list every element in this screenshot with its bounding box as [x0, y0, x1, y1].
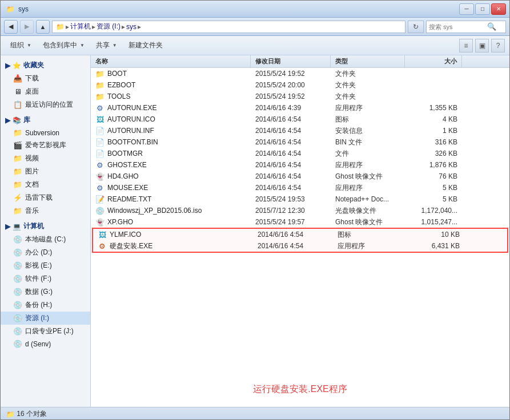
- sidebar-item-music[interactable]: 📁 音乐: [1, 204, 90, 217]
- sidebar-item-f[interactable]: 💿 软件 (F:): [1, 272, 90, 285]
- sidebar-item-subversion[interactable]: 📁 Subversion: [1, 127, 90, 139]
- refresh-button[interactable]: ↻: [408, 21, 424, 33]
- file-icon-ico: 🖼: [95, 115, 105, 124]
- share-button[interactable]: 共享 ▼: [91, 38, 122, 53]
- library-header[interactable]: ▶ 📚 库: [1, 114, 90, 127]
- sidebar-item-desktop[interactable]: 🖥 桌面: [1, 85, 90, 98]
- table-row[interactable]: 📁 EZBOOT 2015/5/24 20:00 文件夹: [91, 79, 509, 91]
- sidebar-item-d2[interactable]: 💿 d (Senv): [1, 338, 90, 350]
- table-row[interactable]: 📁 TOOLS 2015/5/24 19:52 文件夹: [91, 91, 509, 102]
- up-button[interactable]: ▲: [36, 20, 50, 34]
- computer-label: 计算机: [23, 221, 44, 231]
- computer-collapse-icon: ▶: [5, 223, 10, 231]
- sidebar-item-thunder[interactable]: ⚡ 迅雷下载: [1, 191, 90, 204]
- search-box[interactable]: 🔍: [426, 21, 506, 33]
- highlight-block: 🖼 YLMF.ICO 2014/6/16 4:54 图标 10 KB ⚙ 硬盘安…: [92, 228, 508, 253]
- pictures-label: 图片: [25, 167, 39, 176]
- path-drive[interactable]: 资源 (I:): [97, 22, 121, 31]
- subversion-label: Subversion: [25, 129, 59, 137]
- table-row[interactable]: ⚙ MOUSE.EXE 2014/6/16 4:54 应用程序 5 KB: [91, 182, 509, 193]
- sidebar-item-c[interactable]: 💿 本地磁盘 (C:): [1, 233, 90, 246]
- iqiyi-label: 爱奇艺影视库: [25, 140, 66, 150]
- drive-d2-label: d (Senv): [25, 340, 51, 348]
- sidebar-item-pictures[interactable]: 📁 图片: [1, 165, 90, 178]
- drive-e-icon: 💿: [13, 261, 22, 270]
- include-library-button[interactable]: 包含到库中 ▼: [38, 38, 90, 53]
- table-row[interactable]: 📄 BOOTFONT.BIN 2014/6/16 4:54 BIN 文件 316…: [91, 136, 509, 148]
- file-icon-folder: 📁: [95, 70, 105, 78]
- pane-button[interactable]: ▣: [475, 39, 489, 52]
- table-row[interactable]: 🖼 AUTORUN.ICO 2014/6/16 4:54 图标 4 KB: [91, 114, 509, 125]
- download-icon: 📥: [13, 74, 22, 83]
- sidebar-item-docs[interactable]: 📁 文档: [1, 178, 90, 191]
- sidebar-item-iqiyi[interactable]: 🎬 爱奇艺影视库: [1, 139, 90, 152]
- search-icon[interactable]: 🔍: [487, 22, 496, 31]
- back-button[interactable]: ◀: [4, 20, 18, 34]
- new-folder-button[interactable]: 新建文件夹: [123, 38, 168, 53]
- sidebar-item-g[interactable]: 💿 数据 (G:): [1, 285, 90, 298]
- col-header-type[interactable]: 类型: [331, 55, 405, 67]
- file-icon-iso: 💿: [95, 207, 105, 215]
- favorites-header[interactable]: ▶ ⭐ 收藏夹: [1, 59, 90, 72]
- search-input[interactable]: [429, 23, 486, 30]
- file-name: AUTORUN.INF: [107, 127, 154, 135]
- sidebar-item-e[interactable]: 💿 影视 (E:): [1, 259, 90, 272]
- help-button[interactable]: ?: [491, 39, 505, 52]
- drive-d-label: 办公 (D:): [25, 248, 52, 257]
- file-date: 2015/5/24 20:00: [251, 81, 331, 89]
- file-icon-exe-special: ⚙: [98, 242, 107, 251]
- path-sys[interactable]: sys: [126, 23, 136, 31]
- sidebar-item-d[interactable]: 💿 办公 (D:): [1, 246, 90, 259]
- file-date: 2015/5/24 19:52: [251, 70, 331, 78]
- sidebar-item-video[interactable]: 📁 视频: [1, 152, 90, 165]
- table-row[interactable]: 👻 XP.GHO 2015/5/24 19:57 Ghost 映像文件 1,01…: [91, 216, 509, 228]
- view-button[interactable]: ≡: [459, 39, 473, 52]
- table-row[interactable]: ⚙ GHOST.EXE 2014/6/16 4:54 应用程序 1,876 KB: [91, 159, 509, 171]
- sidebar-item-recent[interactable]: 📋 最近访问的位置: [1, 98, 90, 111]
- maximize-button[interactable]: □: [475, 3, 490, 15]
- favorites-star-icon: ⭐: [13, 62, 21, 70]
- organize-button[interactable]: 组织 ▼: [5, 38, 37, 53]
- sidebar-item-download[interactable]: 📥 下载: [1, 72, 90, 85]
- col-header-name[interactable]: 名称: [91, 55, 251, 67]
- table-row[interactable]: ⚙ AUTORUN.EXE 2014/6/16 4:39 应用程序 1,355 …: [91, 102, 509, 114]
- file-name: EZBOOT: [107, 81, 135, 89]
- table-row[interactable]: 💿 Windowszj_XP_BD2015.06.iso 2015/7/12 1…: [91, 205, 509, 216]
- file-size: 326 KB: [405, 150, 462, 158]
- favorites-collapse-icon: ▶: [5, 62, 10, 70]
- table-row[interactable]: 📁 BOOT 2015/5/24 19:52 文件夹: [91, 68, 509, 79]
- include-library-label: 包含到库中: [43, 41, 77, 50]
- path-computer[interactable]: 计算机: [70, 22, 91, 31]
- table-row[interactable]: 🖼 YLMF.ICO 2014/6/16 4:54 图标 10 KB: [93, 229, 507, 240]
- status-text: 16 个对象: [17, 409, 47, 419]
- folder-title-icon: 📁: [6, 5, 15, 13]
- col-header-date[interactable]: 修改日期: [251, 55, 331, 67]
- forward-button[interactable]: ▶: [20, 20, 34, 34]
- table-row[interactable]: 👻 HD4.GHO 2014/6/16 4:54 Ghost 映像文件 76 K…: [91, 171, 509, 182]
- table-row[interactable]: ⚙ 硬盘安装.EXE 2014/6/16 4:54 应用程序 6,431 KB: [93, 240, 507, 252]
- organize-dropdown-icon: ▼: [27, 43, 31, 48]
- col-header-size[interactable]: 大小: [405, 55, 462, 67]
- file-name: MOUSE.EXE: [107, 184, 148, 192]
- file-size: 1 KB: [405, 127, 462, 135]
- file-type: Ghost 映像文件: [331, 172, 405, 181]
- computer-icon: 💻: [13, 223, 21, 231]
- address-path[interactable]: 📁 ▸ 计算机 ▸ 资源 (I:) ▸ sys ▸: [52, 21, 405, 33]
- library-section: ▶ 📚 库 📁 Subversion 🎬 爱奇艺影视库 📁 视频 📁 图片: [1, 114, 90, 217]
- drive-g-label: 数据 (G:): [25, 287, 53, 297]
- file-type: 文件夹: [331, 92, 405, 102]
- file-icon-exe: ⚙: [95, 184, 105, 192]
- library-icon: 📚: [13, 116, 21, 124]
- file-icon-exe: ⚙: [95, 104, 105, 112]
- sidebar-item-i[interactable]: 💿 资源 (I:): [1, 312, 90, 325]
- sidebar-item-h[interactable]: 💿 备份 (H:): [1, 298, 90, 312]
- table-row[interactable]: 📝 README.TXT 2015/5/24 19:53 Notepad++ D…: [91, 193, 509, 205]
- table-row[interactable]: 📄 AUTORUN.INF 2014/6/16 4:54 安装信息 1 KB: [91, 125, 509, 136]
- docs-label: 文档: [25, 180, 39, 189]
- minimize-button[interactable]: ─: [459, 3, 474, 15]
- sidebar-item-j[interactable]: 💿 口袋专业PE (J:): [1, 325, 90, 338]
- close-button[interactable]: ✕: [491, 3, 506, 15]
- computer-header[interactable]: ▶ 💻 计算机: [1, 220, 90, 233]
- desktop-icon: 🖥: [13, 87, 22, 96]
- table-row[interactable]: 📄 BOOTMGR 2014/6/16 4:54 文件 326 KB: [91, 148, 509, 159]
